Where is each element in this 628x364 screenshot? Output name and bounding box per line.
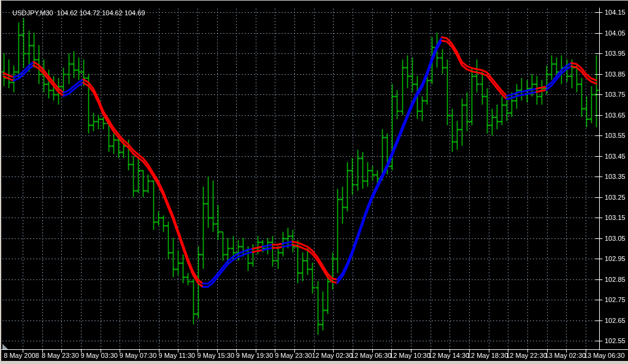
price-axis-label: 104.05 bbox=[605, 29, 626, 37]
price-axis-label: 103.85 bbox=[605, 70, 626, 78]
chart-window: USDJPY,M30 104.62 104.72 104.62 104.69 1… bbox=[1, 1, 628, 361]
price-axis-label: 103.95 bbox=[605, 50, 626, 57]
price-axis-label: 102.75 bbox=[605, 296, 626, 303]
price-axis-label: 102.95 bbox=[605, 255, 626, 262]
price-axis-label: 103.65 bbox=[605, 112, 626, 119]
price-axis-label: 103.75 bbox=[605, 91, 626, 98]
chart-title-text: USDJPY,M30 104.62 104.72 104.62 104.69 bbox=[12, 9, 145, 17]
price-axis-label: 103.15 bbox=[605, 214, 626, 221]
price-axis-label: 104.15 bbox=[605, 9, 626, 16]
time-axis-label: 13 May 06:30 bbox=[570, 352, 628, 359]
price-chart-canvas[interactable] bbox=[1, 1, 628, 361]
price-axis-label: 103.25 bbox=[605, 194, 626, 201]
price-axis-label: 102.85 bbox=[605, 276, 626, 283]
price-axis-label: 103.35 bbox=[605, 173, 626, 180]
price-axis-label: 103.05 bbox=[605, 235, 626, 242]
price-axis-label: 103.45 bbox=[605, 153, 626, 160]
price-axis-label: 103.55 bbox=[605, 132, 626, 139]
price-axis-label: 102.65 bbox=[605, 317, 626, 324]
chart-title: USDJPY,M30 104.62 104.72 104.62 104.69 bbox=[5, 1, 145, 25]
price-axis-label: 102.55 bbox=[605, 337, 626, 344]
